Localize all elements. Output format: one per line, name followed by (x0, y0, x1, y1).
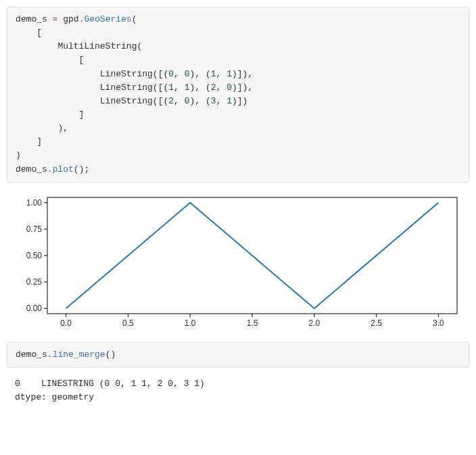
line-chart: 0.000.250.500.751.000.00.51.01.52.02.53.… (9, 192, 467, 334)
code-token: ), (16, 123, 68, 133)
svg-text:1.00: 1.00 (26, 198, 43, 208)
code-token: ] (16, 137, 42, 147)
svg-text:0.00: 0.00 (26, 304, 43, 313)
text-output-2: 0 LINESTRING (0 0, 1 1, 2 0, 3 1) dtype:… (7, 375, 469, 407)
code-cell-1: demo_s = gpd.GeoSeries( [ MultiLineStrin… (7, 7, 469, 183)
code-token: 1 (211, 69, 216, 79)
chart-output: 0.000.250.500.751.000.00.51.01.52.02.53.… (7, 189, 469, 342)
code-token: line_merge (53, 350, 105, 360)
code-token: ), ( (189, 69, 210, 79)
code-token: MultiLineString( (16, 41, 142, 51)
code-token: () (105, 350, 116, 360)
code-token: )]), (232, 69, 253, 79)
code-token: 0 (168, 69, 174, 79)
code-token: , (216, 69, 227, 79)
output-line: 0 LINESTRING (0 0, 1 1, 2 0, 3 1) (15, 379, 205, 389)
code-token: LineString([( (16, 69, 168, 79)
code-token: , (174, 82, 185, 93)
code-token: , (216, 96, 227, 106)
code-token: ), ( (189, 96, 210, 106)
code-token: LineString([( (16, 82, 168, 93)
code-token: (); (74, 164, 89, 174)
svg-text:0.0: 0.0 (60, 318, 72, 328)
svg-text:0.25: 0.25 (26, 277, 43, 287)
code-token: demo_s (16, 350, 47, 360)
code-token: 0 (227, 82, 232, 93)
code-cell-2: demo_s.line_merge() (7, 342, 469, 368)
code-token: 2 (168, 96, 174, 106)
code-token: LineString([( (16, 96, 168, 106)
code-token: . (47, 164, 53, 174)
code-token: 2 (211, 82, 216, 93)
code-token: ( (132, 14, 137, 24)
svg-text:0.75: 0.75 (26, 224, 43, 234)
svg-text:3.0: 3.0 (433, 318, 444, 328)
code-token: plot (53, 164, 74, 174)
code-token: 1 (168, 82, 174, 93)
code-token: 1 (227, 96, 232, 106)
output-line: dtype: geometry (15, 392, 94, 402)
code-token: 1 (227, 69, 232, 79)
code-token: demo_s (16, 14, 53, 24)
code-token: )]) (232, 96, 247, 106)
code-token: , (174, 96, 185, 106)
code-token: . (47, 350, 53, 360)
code-token: GeoSeries (84, 14, 131, 24)
code-token: [ (16, 28, 42, 38)
code-token: 3 (211, 96, 216, 106)
code-token: , (174, 69, 185, 79)
code-token: , (216, 82, 227, 93)
svg-text:0.5: 0.5 (122, 318, 134, 328)
svg-text:1.0: 1.0 (185, 318, 196, 328)
code-token: ) (16, 150, 21, 160)
svg-text:0.50: 0.50 (26, 251, 43, 260)
code-token: [ (16, 55, 84, 65)
code-token: gpd (57, 14, 78, 24)
svg-text:2.5: 2.5 (371, 318, 382, 328)
code-token: ), ( (189, 82, 210, 93)
code-token: ] (16, 110, 84, 120)
svg-text:2.0: 2.0 (308, 318, 320, 328)
code-token: )]), (232, 82, 253, 93)
svg-text:1.5: 1.5 (247, 318, 258, 328)
code-token: demo_s (16, 164, 47, 174)
